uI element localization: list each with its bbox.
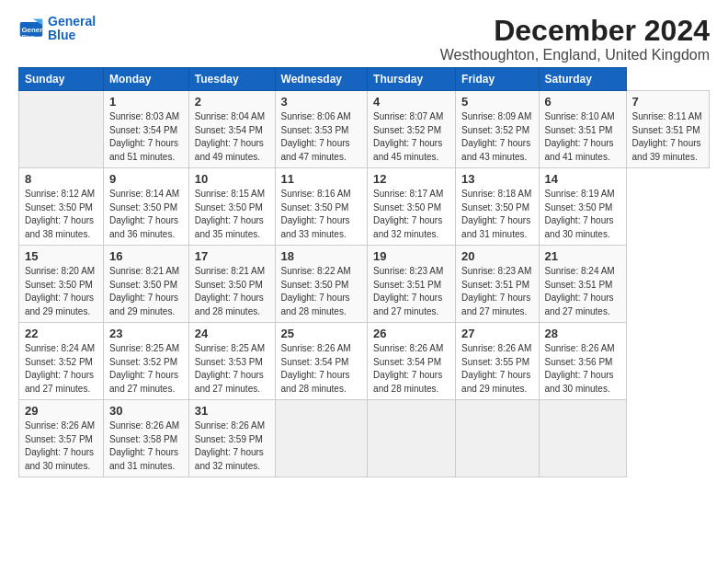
logo-line1: General <box>48 14 96 29</box>
header-monday: Monday <box>104 68 189 91</box>
table-row: 20 Sunrise: 8:23 AMSunset: 3:51 PMDaylig… <box>456 246 539 323</box>
day-info: Sunrise: 8:19 AMSunset: 3:50 PMDaylight:… <box>545 189 615 239</box>
day-info: Sunrise: 8:04 AMSunset: 3:54 PMDaylight:… <box>195 111 265 162</box>
table-row: 1 Sunrise: 8:03 AMSunset: 3:54 PMDayligh… <box>104 91 189 168</box>
table-row: 28 Sunrise: 8:26 AMSunset: 3:56 PMDaylig… <box>539 323 626 400</box>
calendar-week-2: 15 Sunrise: 8:20 AMSunset: 3:50 PMDaylig… <box>19 246 710 323</box>
day-number: 7 <box>632 95 703 109</box>
day-info: Sunrise: 8:24 AMSunset: 3:51 PMDaylight:… <box>545 266 615 316</box>
table-row: 19 Sunrise: 8:23 AMSunset: 3:51 PMDaylig… <box>368 246 456 323</box>
calendar-table: Sunday Monday Tuesday Wednesday Thursday… <box>18 67 710 477</box>
day-number: 28 <box>545 327 620 340</box>
day-info: Sunrise: 8:10 AMSunset: 3:51 PMDaylight:… <box>545 111 615 162</box>
day-info: Sunrise: 8:26 AMSunset: 3:56 PMDaylight:… <box>545 343 615 394</box>
day-number: 18 <box>281 249 362 263</box>
day-number: 20 <box>461 249 532 263</box>
day-number: 11 <box>281 172 362 186</box>
day-number: 6 <box>545 95 620 109</box>
day-info: Sunrise: 8:14 AMSunset: 3:50 PMDaylight:… <box>109 189 179 239</box>
day-number: 25 <box>281 327 362 340</box>
table-row <box>275 400 368 477</box>
day-number: 21 <box>545 249 620 263</box>
table-row: 18 Sunrise: 8:22 AMSunset: 3:50 PMDaylig… <box>275 246 368 323</box>
table-row: 31 Sunrise: 8:26 AMSunset: 3:59 PMDaylig… <box>188 400 275 477</box>
day-info: Sunrise: 8:25 AMSunset: 3:52 PMDaylight:… <box>109 343 179 394</box>
day-info: Sunrise: 8:21 AMSunset: 3:50 PMDaylight:… <box>195 266 265 316</box>
day-info: Sunrise: 8:20 AMSunset: 3:50 PMDaylight:… <box>25 266 95 316</box>
day-info: Sunrise: 8:12 AMSunset: 3:50 PMDaylight:… <box>25 189 95 239</box>
table-row: 17 Sunrise: 8:21 AMSunset: 3:50 PMDaylig… <box>188 246 275 323</box>
table-row: 3 Sunrise: 8:06 AMSunset: 3:53 PMDayligh… <box>275 91 368 168</box>
day-info: Sunrise: 8:24 AMSunset: 3:52 PMDaylight:… <box>25 343 95 394</box>
table-row: 26 Sunrise: 8:26 AMSunset: 3:54 PMDaylig… <box>368 323 456 400</box>
day-info: Sunrise: 8:26 AMSunset: 3:59 PMDaylight:… <box>195 420 265 471</box>
table-row: 5 Sunrise: 8:09 AMSunset: 3:52 PMDayligh… <box>456 91 539 168</box>
logo-icon: General Blue <box>18 16 44 41</box>
day-number: 8 <box>25 172 97 186</box>
day-info: Sunrise: 8:26 AMSunset: 3:54 PMDaylight:… <box>373 343 443 394</box>
day-number: 23 <box>109 327 183 340</box>
day-info: Sunrise: 8:26 AMSunset: 3:55 PMDaylight:… <box>461 343 531 394</box>
logo-line2: Blue <box>48 28 75 42</box>
day-info: Sunrise: 8:22 AMSunset: 3:50 PMDaylight:… <box>281 266 351 316</box>
day-number: 1 <box>109 95 183 109</box>
day-number: 9 <box>109 172 183 186</box>
table-row: 12 Sunrise: 8:17 AMSunset: 3:50 PMDaylig… <box>368 168 456 246</box>
logo-text: General Blue <box>48 15 96 43</box>
table-row: 2 Sunrise: 8:04 AMSunset: 3:54 PMDayligh… <box>188 91 275 168</box>
page-container: General Blue General Blue December 2024 … <box>0 0 728 487</box>
header: General Blue General Blue December 2024 … <box>18 15 710 63</box>
day-info: Sunrise: 8:17 AMSunset: 3:50 PMDaylight:… <box>373 189 443 239</box>
day-number: 15 <box>25 249 97 263</box>
calendar-week-1: 8 Sunrise: 8:12 AMSunset: 3:50 PMDayligh… <box>19 168 710 246</box>
day-number: 3 <box>281 95 362 109</box>
table-row: 13 Sunrise: 8:18 AMSunset: 3:50 PMDaylig… <box>456 168 539 246</box>
table-row <box>539 400 626 477</box>
day-number: 24 <box>195 327 269 340</box>
day-info: Sunrise: 8:25 AMSunset: 3:53 PMDaylight:… <box>195 343 265 394</box>
page-subtitle: Westhoughton, England, United Kingdom <box>440 47 710 63</box>
table-row: 16 Sunrise: 8:21 AMSunset: 3:50 PMDaylig… <box>104 246 189 323</box>
day-info: Sunrise: 8:18 AMSunset: 3:50 PMDaylight:… <box>461 189 531 239</box>
day-number: 2 <box>195 95 269 109</box>
table-row: 27 Sunrise: 8:26 AMSunset: 3:55 PMDaylig… <box>456 323 539 400</box>
day-number: 10 <box>195 172 269 186</box>
day-info: Sunrise: 8:26 AMSunset: 3:54 PMDaylight:… <box>281 343 351 394</box>
calendar-week-0: 1 Sunrise: 8:03 AMSunset: 3:54 PMDayligh… <box>19 91 710 168</box>
day-number: 27 <box>461 327 532 340</box>
day-info: Sunrise: 8:09 AMSunset: 3:52 PMDaylight:… <box>461 111 531 162</box>
header-saturday: Saturday <box>539 68 626 91</box>
table-row: 24 Sunrise: 8:25 AMSunset: 3:53 PMDaylig… <box>188 323 275 400</box>
table-row: 9 Sunrise: 8:14 AMSunset: 3:50 PMDayligh… <box>104 168 189 246</box>
table-row: 14 Sunrise: 8:19 AMSunset: 3:50 PMDaylig… <box>539 168 626 246</box>
page-title: December 2024 <box>440 15 710 47</box>
table-row: 11 Sunrise: 8:16 AMSunset: 3:50 PMDaylig… <box>275 168 368 246</box>
day-info: Sunrise: 8:23 AMSunset: 3:51 PMDaylight:… <box>461 266 531 316</box>
table-row: 21 Sunrise: 8:24 AMSunset: 3:51 PMDaylig… <box>539 246 626 323</box>
table-row <box>456 400 539 477</box>
header-thursday: Thursday <box>368 68 456 91</box>
day-number: 4 <box>373 95 449 109</box>
table-row <box>368 400 456 477</box>
table-row: 23 Sunrise: 8:25 AMSunset: 3:52 PMDaylig… <box>104 323 189 400</box>
day-info: Sunrise: 8:26 AMSunset: 3:57 PMDaylight:… <box>25 420 95 471</box>
day-info: Sunrise: 8:16 AMSunset: 3:50 PMDaylight:… <box>281 189 351 239</box>
day-number: 30 <box>109 404 183 418</box>
day-number: 13 <box>461 172 532 186</box>
day-info: Sunrise: 8:26 AMSunset: 3:58 PMDaylight:… <box>109 420 179 471</box>
calendar-week-4: 29 Sunrise: 8:26 AMSunset: 3:57 PMDaylig… <box>19 400 710 477</box>
table-row: 25 Sunrise: 8:26 AMSunset: 3:54 PMDaylig… <box>275 323 368 400</box>
day-number: 12 <box>373 172 449 186</box>
day-number: 16 <box>109 249 183 263</box>
table-row: 15 Sunrise: 8:20 AMSunset: 3:50 PMDaylig… <box>19 246 104 323</box>
header-tuesday: Tuesday <box>188 68 275 91</box>
table-row: 30 Sunrise: 8:26 AMSunset: 3:58 PMDaylig… <box>104 400 189 477</box>
logo: General Blue General Blue <box>18 15 96 43</box>
day-info: Sunrise: 8:03 AMSunset: 3:54 PMDaylight:… <box>109 111 179 162</box>
day-info: Sunrise: 8:11 AMSunset: 3:51 PMDaylight:… <box>632 111 702 162</box>
header-friday: Friday <box>456 68 539 91</box>
svg-text:General: General <box>22 27 45 35</box>
day-number: 19 <box>373 249 449 263</box>
table-row: 6 Sunrise: 8:10 AMSunset: 3:51 PMDayligh… <box>539 91 626 168</box>
table-row: 7 Sunrise: 8:11 AMSunset: 3:51 PMDayligh… <box>626 91 709 168</box>
